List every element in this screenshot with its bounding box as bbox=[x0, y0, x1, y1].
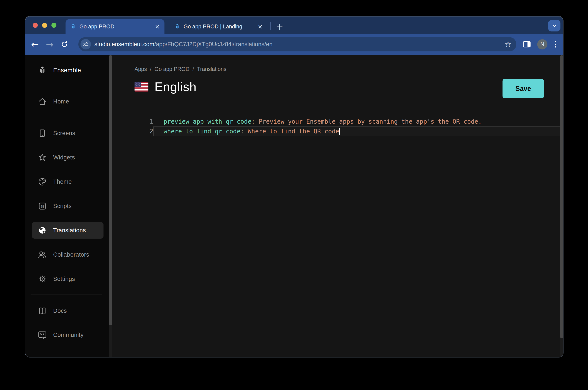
new-tab-button[interactable]: + bbox=[275, 22, 285, 32]
sidebar-item-docs[interactable]: Docs bbox=[32, 303, 103, 319]
us-flag-icon bbox=[135, 82, 148, 92]
screens-icon bbox=[38, 128, 47, 138]
sidebar-item-settings[interactable]: Settings bbox=[32, 271, 103, 287]
widgets-star-icon bbox=[38, 153, 47, 162]
browser-window: Go app PROD × Go app PROD | Landing × + bbox=[25, 16, 563, 357]
sidebar-item-scripts[interactable]: JS Scripts bbox=[32, 198, 103, 214]
tab-go-app-prod[interactable]: Go app PROD × bbox=[65, 19, 164, 34]
sidebar-item-theme[interactable]: Theme bbox=[32, 174, 103, 190]
tune-icon bbox=[82, 40, 90, 48]
sidebar-item-screens[interactable]: Screens bbox=[32, 125, 103, 142]
sidebar-item-home[interactable]: Home bbox=[32, 93, 103, 110]
tab-title: Go app PROD | Landing bbox=[184, 23, 253, 30]
brand-row[interactable]: Ensemble bbox=[32, 62, 103, 79]
main-scrollbar-track bbox=[560, 55, 563, 357]
url-text: studio.ensembleui.com/app/FhQC7J2DjXTg0U… bbox=[94, 41, 273, 48]
address-bar[interactable]: studio.ensembleui.com/app/FhQC7J2DjXTg0U… bbox=[78, 37, 516, 51]
breadcrumb: Apps / Go app PROD / Translations bbox=[135, 66, 226, 72]
yaml-value: Preview your Ensemble apps by scanning t… bbox=[255, 118, 482, 125]
app-content: Ensemble Home bbox=[25, 55, 563, 357]
line-number: 2 bbox=[112, 128, 153, 135]
palette-icon bbox=[38, 177, 47, 187]
breadcrumb-separator: / bbox=[150, 66, 151, 72]
sidebar-scrollbar-track bbox=[109, 55, 112, 357]
yaml-key: where_to_find_qr_code bbox=[164, 128, 241, 135]
translations-editor[interactable]: 1 preview_app_with_qr_code: Preview your… bbox=[112, 117, 560, 136]
reload-button[interactable] bbox=[58, 38, 71, 51]
sidebar: Ensemble Home bbox=[25, 55, 109, 357]
people-icon bbox=[38, 250, 47, 259]
bookmark-star-icon[interactable]: ☆ bbox=[503, 40, 513, 49]
discord-icon bbox=[38, 330, 47, 340]
text-cursor bbox=[339, 128, 340, 135]
forward-button[interactable]: → bbox=[43, 38, 56, 51]
breadcrumb-app[interactable]: Go app PROD bbox=[154, 66, 190, 72]
tab-separator bbox=[270, 22, 271, 30]
side-panel-button[interactable] bbox=[521, 40, 533, 49]
yaml-key: preview_app_with_qr_code bbox=[164, 118, 251, 125]
breadcrumb-separator: / bbox=[193, 66, 194, 72]
sidebar-item-widgets[interactable]: Widgets bbox=[32, 149, 103, 166]
sidebar-item-community[interactable]: Community bbox=[32, 327, 103, 343]
breadcrumb-apps[interactable]: Apps bbox=[135, 66, 147, 72]
sidebar-divider bbox=[31, 117, 102, 117]
save-button[interactable]: Save bbox=[502, 79, 544, 98]
yaml-value: Where to find the QR code bbox=[244, 128, 339, 135]
book-icon bbox=[38, 306, 47, 316]
zoom-window-button[interactable] bbox=[51, 23, 56, 28]
tab-go-app-prod-landing[interactable]: Go app PROD | Landing × bbox=[170, 19, 267, 34]
code-line[interactable]: preview_app_with_qr_code: Preview your E… bbox=[153, 117, 560, 126]
url-domain: studio.ensembleui.com bbox=[94, 41, 154, 48]
code-line[interactable]: where_to_find_qr_code: Where to find the… bbox=[153, 126, 560, 136]
side-panel-icon bbox=[522, 40, 532, 49]
sidebar-divider bbox=[31, 294, 102, 295]
ensemble-favicon bbox=[174, 23, 181, 30]
line-number: 1 bbox=[112, 118, 153, 125]
chevron-down-icon bbox=[551, 22, 558, 30]
editor-line[interactable]: 1 preview_app_with_qr_code: Preview your… bbox=[112, 117, 560, 126]
yaml-colon: : bbox=[241, 128, 244, 135]
minimize-window-button[interactable] bbox=[42, 23, 47, 28]
sidebar-scrollbar[interactable] bbox=[109, 55, 112, 325]
tab-search-button[interactable] bbox=[548, 20, 560, 31]
editor-line-active[interactable]: 2 where_to_find_qr_code: Where to find t… bbox=[112, 126, 560, 136]
title-row: English Save bbox=[135, 79, 544, 94]
ensemble-logo-icon bbox=[38, 65, 47, 75]
breadcrumb-translations[interactable]: Translations bbox=[197, 66, 226, 72]
brand-name: Ensemble bbox=[53, 67, 81, 74]
url-path: /app/FhQC7J2DjXTg0UcJz84i/translations/e… bbox=[154, 41, 273, 48]
sidebar-item-collaborators[interactable]: Collaborators bbox=[32, 246, 103, 263]
close-window-button[interactable] bbox=[33, 23, 38, 28]
profile-avatar[interactable]: N bbox=[537, 39, 547, 49]
browser-toolbar: ← → studio.ensembleui.com/app/FhQC7J bbox=[25, 34, 563, 55]
browser-menu-button[interactable] bbox=[553, 39, 558, 49]
page-title: English bbox=[154, 79, 196, 94]
ensemble-favicon bbox=[70, 23, 76, 30]
back-button[interactable]: ← bbox=[28, 38, 42, 51]
globe-icon bbox=[38, 226, 47, 235]
gear-icon bbox=[38, 274, 47, 284]
site-settings-button[interactable] bbox=[81, 39, 91, 49]
close-tab-icon[interactable]: × bbox=[154, 23, 161, 30]
js-icon: JS bbox=[38, 201, 47, 211]
sidebar-item-translations[interactable]: Translations bbox=[32, 222, 103, 239]
tab-strip: Go app PROD × Go app PROD | Landing × + bbox=[25, 16, 563, 34]
close-tab-icon[interactable]: × bbox=[256, 23, 264, 30]
tab-title: Go app PROD bbox=[79, 23, 150, 30]
yaml-colon: : bbox=[251, 118, 255, 125]
main-panel: Apps / Go app PROD / Translations bbox=[112, 55, 563, 357]
home-icon bbox=[38, 97, 47, 106]
main-scrollbar[interactable] bbox=[560, 55, 563, 338]
window-controls bbox=[33, 23, 56, 28]
svg-text:JS: JS bbox=[40, 205, 44, 208]
